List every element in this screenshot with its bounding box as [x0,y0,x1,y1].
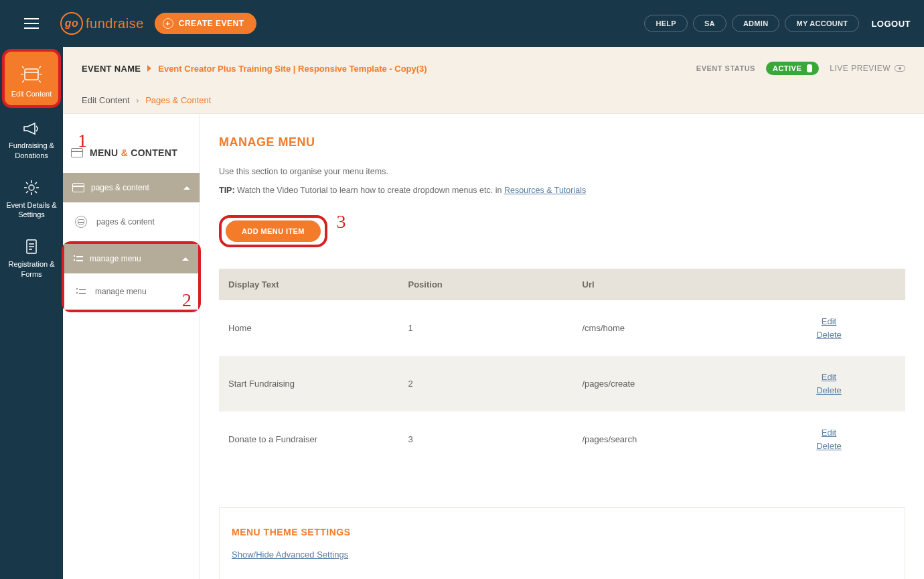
chevron-up-icon [182,257,189,261]
secondary-sidebar: MENU & CONTENT pages & content [63,114,200,579]
live-preview-label: LIVE PREVIEW [830,64,891,73]
show-hide-advanced-link[interactable]: Show/Hide Advanced Settings [232,550,348,560]
rail-edit-content[interactable]: Edit Content [2,49,61,108]
hamburger-icon[interactable] [24,18,39,29]
annotation-3: 3 [336,211,345,233]
delete-link[interactable]: Delete [762,384,896,397]
main-content: MANAGE MENU Use this section to organise… [200,114,924,579]
delete-link[interactable]: Delete [762,440,896,453]
annotation-2: 2 [182,290,191,311]
sidebar-group-manage-label: manage menu [90,254,141,263]
rail-registration[interactable]: Registration & Forms [0,227,63,287]
resources-link[interactable]: Resources & Tutorials [504,186,586,195]
edit-link[interactable]: Edit [762,371,896,384]
menu-table: Display Text Position Url Home 1 /cms/ho… [219,269,905,467]
window-icon [71,148,83,157]
breadcrumb-root[interactable]: Edit Content [82,95,130,105]
info-bar: EVENT NAME Event Creator Plus Training S… [63,47,924,114]
sidebar-item-manage-label: manage menu [95,287,147,296]
menu-theme-settings-card: MENU THEME SETTINGS Show/Hide Advanced S… [219,507,905,579]
form-icon [23,238,40,255]
rail-registration-label: Registration & Forms [8,260,54,277]
sidebar-heading-amp: & [121,147,128,158]
sidebar-group-pages-content[interactable]: pages & content [63,173,200,202]
page-title: MANAGE MENU [219,135,905,149]
edit-link[interactable]: Edit [762,426,896,440]
svg-line-16 [26,191,28,193]
cell-display: Donate to a Fundraiser [228,434,408,444]
sidebar-item-manage-menu[interactable]: manage menu 2 [64,273,198,310]
table-row: Home 1 /cms/home Edit Delete [219,300,905,356]
edit-link[interactable]: Edit [762,315,896,328]
table-header: Display Text Position Url [219,269,905,300]
list-icon [74,255,83,263]
cell-url: /cms/home [583,323,763,333]
caret-right-icon [147,65,151,72]
status-toggle-icon [807,64,812,72]
svg-line-14 [35,191,37,193]
cell-position: 3 [408,434,583,444]
sa-button[interactable]: SA [693,15,726,32]
svg-line-7 [39,80,41,82]
rail-edit-content-label: Edit Content [11,90,52,98]
annotation-box-2: manage menu manage menu 2 [62,241,201,312]
event-name-label: EVENT NAME [82,64,141,74]
svg-line-15 [35,182,37,184]
logo[interactable]: go fundraise [60,12,144,35]
status-text: ACTIVE [773,64,801,72]
cell-display: Home [228,323,408,333]
page-tip: TIP: Watch the Video Tutorial to learn h… [219,186,905,195]
megaphone-icon [21,121,42,137]
delete-link[interactable]: Delete [762,328,896,342]
svg-point-8 [29,185,34,190]
tip-text: Watch the Video Tutorial to learn how to… [235,186,504,195]
page-icon [75,216,87,228]
rail-event-details-label: Event Details & Settings [6,201,56,218]
breadcrumb-current: Pages & Content [145,95,211,105]
create-event-button[interactable]: + CREATE EVENT [155,13,256,34]
settings-title: MENU THEME SETTINGS [232,527,893,537]
edit-content-icon [18,65,45,85]
annotation-box-3: ADD MENU ITEM [219,215,327,247]
top-bar: go fundraise + CREATE EVENT HELP SA ADMI… [0,0,924,47]
plus-icon: + [163,18,173,29]
event-status-label: EVENT STATUS [696,64,755,72]
gear-icon [23,179,40,196]
tip-label: TIP: [219,186,235,195]
status-badge[interactable]: ACTIVE [766,62,819,75]
rail-event-details[interactable]: Event Details & Settings [0,168,63,228]
cell-url: /pages/search [583,434,763,444]
event-title[interactable]: Event Creator Plus Training Site | Respo… [158,64,427,74]
table-row: Start Fundraising 2 /pages/create Edit D… [219,356,905,411]
cell-position: 2 [408,379,583,389]
eye-icon [895,65,905,72]
live-preview-link[interactable]: LIVE PREVIEW [830,64,905,73]
my-account-button[interactable]: MY ACCOUNT [785,15,859,32]
sidebar-item-pages-label: pages & content [96,217,155,227]
svg-line-2 [22,66,24,68]
rail-fundraising[interactable]: Fundraising & Donations [0,110,63,168]
svg-rect-0 [25,69,38,80]
svg-line-3 [39,66,41,68]
window-icon [72,183,84,192]
chevron-up-icon [183,186,190,190]
admin-button[interactable]: ADMIN [732,15,780,32]
add-menu-item-button[interactable]: ADD MENU ITEM [226,220,321,242]
logo-go-icon: go [60,12,83,35]
help-button[interactable]: HELP [644,15,688,32]
logout-link[interactable]: LOGOUT [871,19,911,29]
svg-line-6 [22,80,24,82]
left-rail: Edit Content Fundraising & Donations Eve… [0,47,63,579]
page-intro: Use this section to organise your menu i… [219,167,905,176]
sidebar-group-manage-menu[interactable]: manage menu [64,244,198,273]
sidebar-item-pages-content[interactable]: pages & content [63,202,200,241]
cell-url: /pages/create [583,379,763,389]
cell-display: Start Fundraising [228,379,408,389]
sidebar-group-pages-label: pages & content [91,183,149,192]
sidebar-heading-content: CONTENT [131,147,177,158]
cell-position: 1 [408,323,583,333]
logo-text: fundraise [86,16,144,31]
col-position: Position [408,279,583,290]
col-display: Display Text [228,279,408,290]
list-icon [76,287,86,296]
